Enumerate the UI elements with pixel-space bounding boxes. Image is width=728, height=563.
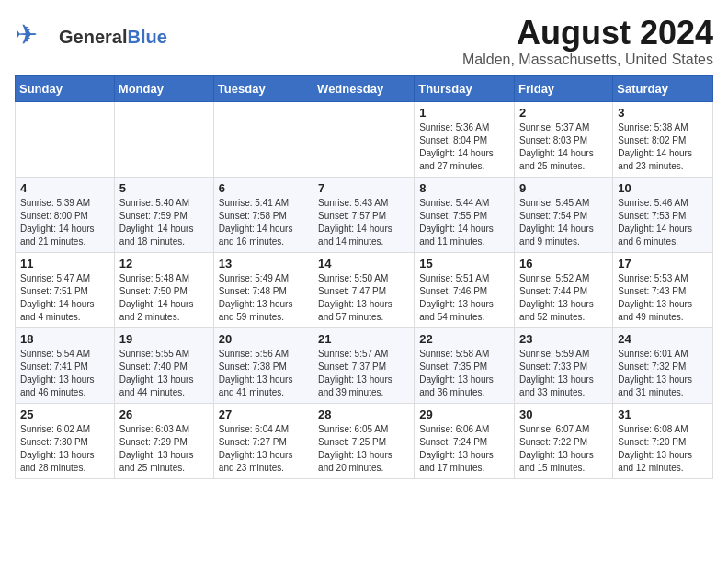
cell-info: Sunrise: 5:57 AM Sunset: 7:37 PM Dayligh… xyxy=(318,348,409,399)
calendar-cell: 21Sunrise: 5:57 AM Sunset: 7:37 PM Dayli… xyxy=(313,327,415,403)
calendar-week-row: 18Sunrise: 5:54 AM Sunset: 7:41 PM Dayli… xyxy=(16,327,713,403)
cell-info: Sunrise: 5:37 AM Sunset: 8:03 PM Dayligh… xyxy=(519,121,608,173)
day-number: 26 xyxy=(119,408,209,421)
day-number: 11 xyxy=(20,257,109,270)
cell-info: Sunrise: 5:47 AM Sunset: 7:51 PM Dayligh… xyxy=(20,272,109,324)
calendar-cell: 10Sunrise: 5:46 AM Sunset: 7:53 PM Dayli… xyxy=(613,177,713,252)
calendar-cell: 6Sunrise: 5:41 AM Sunset: 7:58 PM Daylig… xyxy=(213,177,313,252)
day-number: 19 xyxy=(119,332,209,346)
day-number: 9 xyxy=(519,181,608,195)
day-number: 25 xyxy=(20,408,109,421)
calendar-cell xyxy=(313,101,415,177)
calendar-cell: 30Sunrise: 6:07 AM Sunset: 7:22 PM Dayli… xyxy=(515,403,613,478)
weekday-header: Saturday xyxy=(613,75,713,101)
day-number: 16 xyxy=(519,257,608,270)
cell-info: Sunrise: 5:54 AM Sunset: 7:41 PM Dayligh… xyxy=(20,348,109,399)
logo-general: General xyxy=(59,27,127,47)
day-number: 3 xyxy=(618,106,708,120)
day-number: 14 xyxy=(318,257,409,270)
logo-icon: ✈ xyxy=(15,15,55,59)
weekday-header: Sunday xyxy=(16,75,115,101)
cell-info: Sunrise: 5:48 AM Sunset: 7:50 PM Dayligh… xyxy=(119,272,209,324)
cell-info: Sunrise: 6:07 AM Sunset: 7:22 PM Dayligh… xyxy=(519,423,608,475)
cell-info: Sunrise: 5:39 AM Sunset: 8:00 PM Dayligh… xyxy=(20,197,109,248)
day-number: 13 xyxy=(219,257,308,270)
day-number: 20 xyxy=(219,332,308,346)
day-number: 10 xyxy=(618,181,708,195)
weekday-header: Friday xyxy=(515,75,613,101)
day-number: 6 xyxy=(219,181,308,195)
cell-info: Sunrise: 5:43 AM Sunset: 7:57 PM Dayligh… xyxy=(318,197,409,248)
calendar-cell: 11Sunrise: 5:47 AM Sunset: 7:51 PM Dayli… xyxy=(16,252,115,327)
day-number: 5 xyxy=(119,181,209,195)
calendar-week-row: 11Sunrise: 5:47 AM Sunset: 7:51 PM Dayli… xyxy=(16,252,713,327)
day-number: 8 xyxy=(419,181,509,195)
calendar-cell: 23Sunrise: 5:59 AM Sunset: 7:33 PM Dayli… xyxy=(515,327,613,403)
cell-info: Sunrise: 6:05 AM Sunset: 7:25 PM Dayligh… xyxy=(318,423,409,475)
cell-info: Sunrise: 5:59 AM Sunset: 7:33 PM Dayligh… xyxy=(519,348,608,399)
calendar-cell: 13Sunrise: 5:49 AM Sunset: 7:48 PM Dayli… xyxy=(213,252,313,327)
title-area: August 2024 Malden, Massachusetts, Unite… xyxy=(462,15,713,68)
day-number: 29 xyxy=(419,408,509,421)
cell-info: Sunrise: 5:51 AM Sunset: 7:46 PM Dayligh… xyxy=(419,272,509,324)
day-number: 12 xyxy=(119,257,209,270)
calendar-cell: 24Sunrise: 6:01 AM Sunset: 7:32 PM Dayli… xyxy=(613,327,713,403)
day-number: 21 xyxy=(318,332,409,346)
day-number: 17 xyxy=(618,257,708,270)
calendar-cell: 28Sunrise: 6:05 AM Sunset: 7:25 PM Dayli… xyxy=(313,403,415,478)
calendar-cell: 15Sunrise: 5:51 AM Sunset: 7:46 PM Dayli… xyxy=(415,252,515,327)
cell-info: Sunrise: 5:56 AM Sunset: 7:38 PM Dayligh… xyxy=(219,348,308,399)
cell-info: Sunrise: 5:44 AM Sunset: 7:55 PM Dayligh… xyxy=(419,197,509,248)
day-number: 31 xyxy=(618,408,708,421)
cell-info: Sunrise: 6:01 AM Sunset: 7:32 PM Dayligh… xyxy=(618,348,708,399)
cell-info: Sunrise: 5:53 AM Sunset: 7:43 PM Dayligh… xyxy=(618,272,708,324)
cell-info: Sunrise: 5:58 AM Sunset: 7:35 PM Dayligh… xyxy=(419,348,509,399)
cell-info: Sunrise: 6:08 AM Sunset: 7:20 PM Dayligh… xyxy=(618,423,708,475)
calendar-cell: 26Sunrise: 6:03 AM Sunset: 7:29 PM Dayli… xyxy=(114,403,213,478)
weekday-header: Tuesday xyxy=(213,75,313,101)
day-number: 23 xyxy=(519,332,608,346)
day-number: 15 xyxy=(419,257,509,270)
cell-info: Sunrise: 6:02 AM Sunset: 7:30 PM Dayligh… xyxy=(20,423,109,475)
day-number: 30 xyxy=(519,408,608,421)
weekday-header: Monday xyxy=(114,75,213,101)
calendar-cell: 27Sunrise: 6:04 AM Sunset: 7:27 PM Dayli… xyxy=(213,403,313,478)
cell-info: Sunrise: 5:46 AM Sunset: 7:53 PM Dayligh… xyxy=(618,197,708,248)
cell-info: Sunrise: 6:03 AM Sunset: 7:29 PM Dayligh… xyxy=(119,423,209,475)
weekday-header: Wednesday xyxy=(313,75,415,101)
weekday-header: Thursday xyxy=(415,75,515,101)
cell-info: Sunrise: 6:06 AM Sunset: 7:24 PM Dayligh… xyxy=(419,423,509,475)
calendar-cell xyxy=(213,101,313,177)
calendar-cell: 17Sunrise: 5:53 AM Sunset: 7:43 PM Dayli… xyxy=(613,252,713,327)
cell-info: Sunrise: 5:41 AM Sunset: 7:58 PM Dayligh… xyxy=(219,197,308,248)
calendar-cell: 1Sunrise: 5:36 AM Sunset: 8:04 PM Daylig… xyxy=(415,101,515,177)
calendar-cell: 18Sunrise: 5:54 AM Sunset: 7:41 PM Dayli… xyxy=(16,327,115,403)
calendar-cell: 14Sunrise: 5:50 AM Sunset: 7:47 PM Dayli… xyxy=(313,252,415,327)
cell-info: Sunrise: 6:04 AM Sunset: 7:27 PM Dayligh… xyxy=(219,423,308,475)
calendar-cell: 4Sunrise: 5:39 AM Sunset: 8:00 PM Daylig… xyxy=(16,177,115,252)
day-number: 2 xyxy=(519,106,608,120)
month-title: August 2024 xyxy=(462,15,713,52)
cell-info: Sunrise: 5:50 AM Sunset: 7:47 PM Dayligh… xyxy=(318,272,409,324)
calendar-table: SundayMondayTuesdayWednesdayThursdayFrid… xyxy=(15,75,713,479)
calendar-cell: 20Sunrise: 5:56 AM Sunset: 7:38 PM Dayli… xyxy=(213,327,313,403)
day-number: 28 xyxy=(318,408,409,421)
calendar-cell xyxy=(16,101,115,177)
cell-info: Sunrise: 5:40 AM Sunset: 7:59 PM Dayligh… xyxy=(119,197,209,248)
day-number: 4 xyxy=(20,181,109,195)
calendar-cell: 12Sunrise: 5:48 AM Sunset: 7:50 PM Dayli… xyxy=(114,252,213,327)
calendar-cell: 5Sunrise: 5:40 AM Sunset: 7:59 PM Daylig… xyxy=(114,177,213,252)
cell-info: Sunrise: 5:49 AM Sunset: 7:48 PM Dayligh… xyxy=(219,272,308,324)
day-number: 7 xyxy=(318,181,409,195)
calendar-cell: 25Sunrise: 6:02 AM Sunset: 7:30 PM Dayli… xyxy=(16,403,115,478)
calendar-cell: 16Sunrise: 5:52 AM Sunset: 7:44 PM Dayli… xyxy=(515,252,613,327)
calendar-week-row: 1Sunrise: 5:36 AM Sunset: 8:04 PM Daylig… xyxy=(16,101,713,177)
calendar-cell: 8Sunrise: 5:44 AM Sunset: 7:55 PM Daylig… xyxy=(415,177,515,252)
calendar-cell: 2Sunrise: 5:37 AM Sunset: 8:03 PM Daylig… xyxy=(515,101,613,177)
day-number: 22 xyxy=(419,332,509,346)
calendar-cell: 9Sunrise: 5:45 AM Sunset: 7:54 PM Daylig… xyxy=(515,177,613,252)
cell-info: Sunrise: 5:36 AM Sunset: 8:04 PM Dayligh… xyxy=(419,121,509,173)
calendar-cell: 7Sunrise: 5:43 AM Sunset: 7:57 PM Daylig… xyxy=(313,177,415,252)
calendar-cell: 22Sunrise: 5:58 AM Sunset: 7:35 PM Dayli… xyxy=(415,327,515,403)
cell-info: Sunrise: 5:38 AM Sunset: 8:02 PM Dayligh… xyxy=(618,121,708,173)
